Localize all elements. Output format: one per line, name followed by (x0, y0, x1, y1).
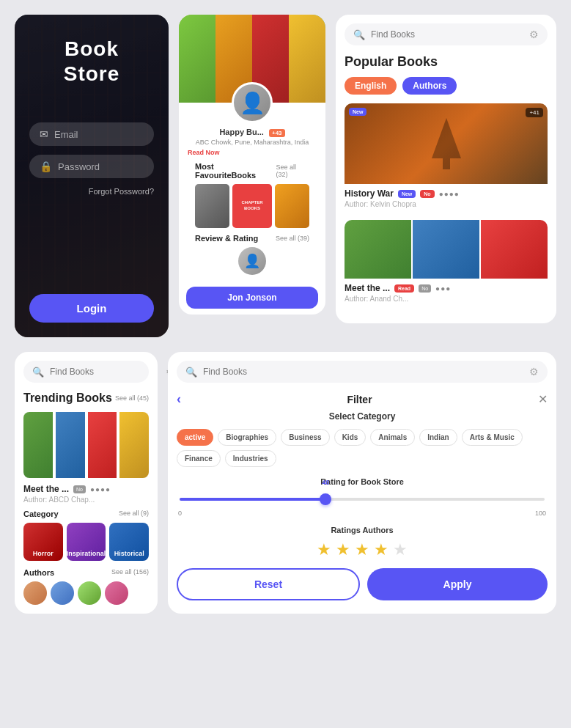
filter-tag-finance[interactable]: Finance (177, 450, 221, 467)
book-1-cover: New +41 (345, 103, 548, 184)
book-1-title-row: History War New No ●●●● (345, 188, 548, 199)
filter-tag-kids[interactable]: Kids (334, 429, 366, 446)
trending-title: Trending Books (23, 391, 112, 405)
book-2-dot-icons: ●●● (435, 284, 451, 293)
filter-close-button[interactable]: ✕ (538, 392, 548, 406)
author-avatar-3[interactable] (78, 581, 101, 605)
star-2[interactable]: ★ (336, 540, 350, 559)
review-see-all[interactable]: See all (39) (276, 235, 309, 242)
authors-header: Authors See all (156) (23, 568, 149, 577)
filter-tag-arts-music[interactable]: Arts & Music (462, 429, 523, 446)
forgot-password-link[interactable]: Forgot Possword? (89, 187, 154, 196)
book-2-cover (345, 220, 548, 279)
book-1-badge-no: No (420, 190, 434, 198)
most-favourite-see-all[interactable]: See all (32) (276, 163, 309, 178)
trending-book-badge: No (73, 485, 86, 493)
trending-search-input[interactable] (50, 367, 160, 377)
login-card: Book Store ✉ 🔒 Forgot Possword? Login (15, 15, 169, 337)
author-avatar-1[interactable] (23, 581, 47, 605)
popular-search-bar[interactable]: 🔍 ⚙ (345, 23, 548, 45)
tag-authors[interactable]: Authors (402, 77, 457, 95)
trending-search-bar[interactable]: 🔍 ⚙ (23, 361, 149, 383)
reset-button[interactable]: Reset (177, 568, 360, 600)
trend-book-2[interactable] (56, 412, 85, 478)
filter-title: Filter (347, 394, 372, 405)
popular-book-1[interactable]: New +41 History War New No ●●●● Author: … (345, 103, 548, 213)
tag-english[interactable]: English (345, 77, 397, 95)
filter-tag-indian[interactable]: Indian (419, 429, 457, 446)
popular-book-2[interactable]: Meet the ... Read No ●●● Author: Anand C… (345, 220, 548, 307)
star-5[interactable]: ★ (393, 540, 408, 559)
login-title: Book Store (64, 37, 120, 86)
fav-book-3[interactable] (275, 184, 309, 228)
star-4[interactable]: ★ (374, 540, 388, 559)
review-avatar: 👤 (238, 247, 266, 275)
review-title: Review & Rating (195, 234, 258, 243)
filter-search-bar[interactable]: 🔍 ⚙ (177, 361, 548, 383)
trending-books-strip (23, 412, 149, 478)
authors-see-all[interactable]: See all (156) (111, 568, 149, 577)
trending-book-dots: ●●●● (90, 485, 111, 493)
filter-tag-active[interactable]: active (177, 429, 213, 446)
chip-horror[interactable]: Horror (23, 523, 63, 561)
profile-username-btn[interactable]: Jon Jonson (186, 287, 318, 309)
book-1-author: Author: Kelvin Chopra (345, 200, 548, 208)
slider-fill (180, 498, 325, 501)
trend-book-1[interactable] (23, 412, 53, 478)
search-icon: 🔍 (353, 29, 365, 40)
password-field[interactable] (58, 161, 144, 172)
slider-max: 100 (535, 510, 546, 517)
login-content: Book Store ✉ 🔒 Forgot Possword? Login (15, 15, 169, 337)
chip-historical[interactable]: Historical (109, 523, 149, 561)
trending-see-all[interactable]: See all (45) (115, 394, 149, 402)
book-2-badge-extra: No (419, 284, 431, 293)
filter-tag-industries[interactable]: Industries (225, 450, 276, 467)
email-input-wrap[interactable]: ✉ (29, 122, 154, 146)
filter-back-button[interactable]: ‹ (177, 391, 181, 407)
read-now-link[interactable]: Read Now (188, 149, 317, 156)
most-favourite-header: Most FavouriteBooks See all (32) (188, 162, 317, 180)
filter-tag-animals[interactable]: Animals (370, 429, 415, 446)
filter-settings-icon[interactable]: ⚙ (529, 366, 539, 378)
review-person-icon: 👤 (244, 253, 260, 269)
popular-search-input[interactable] (371, 29, 523, 40)
fav-book-1[interactable] (195, 184, 229, 228)
category-chips: Horror Inspirational Historical (23, 523, 149, 561)
apply-button[interactable]: Apply (367, 568, 548, 600)
trend-book-4[interactable] (119, 412, 149, 478)
book-1-badge-new: New (398, 190, 416, 198)
filter-actions: Reset Apply (177, 568, 548, 600)
chip-inspirational[interactable]: Inspirational (67, 523, 106, 561)
authors-label: Authors (23, 568, 54, 577)
profile-badge: +43 (269, 129, 285, 137)
book-1-dot-icons: ●●●● (439, 190, 460, 198)
filter-icon[interactable]: ⚙ (529, 29, 539, 40)
svg-rect-0 (443, 158, 450, 169)
category-header: Category See all (9) (23, 510, 149, 518)
login-button[interactable]: Login (29, 294, 154, 323)
filter-category-tags: active Biographies Business Kids Animals… (177, 429, 548, 467)
profile-card: 👤 Happy Bu... +43 ABC Chowk, Pune, Mahar… (179, 15, 325, 315)
trend-book-3[interactable] (88, 412, 117, 478)
slider-value: 40 (322, 479, 329, 486)
star-3[interactable]: ★ (355, 540, 369, 559)
rating-slider-wrap[interactable]: 40 (180, 492, 545, 507)
review-header: Review & Rating See all (39) (188, 234, 317, 243)
author-avatar-4[interactable] (105, 581, 128, 605)
category-see-all[interactable]: See all (9) (119, 510, 149, 518)
trending-book-title-row: Meet the ... No ●●●● (23, 484, 149, 494)
star-1[interactable]: ★ (317, 540, 331, 559)
author-avatar-2[interactable] (51, 581, 74, 605)
rating-book-store-section: Rating for Book Store 40 0 100 (177, 477, 548, 517)
password-input-wrap[interactable]: 🔒 (29, 155, 154, 178)
trending-book-info: Meet the ... No ●●●● Author: ABCD Chap..… (23, 484, 149, 504)
filter-search-input[interactable] (203, 367, 523, 377)
filter-tag-business[interactable]: Business (281, 429, 329, 446)
book-tree-illustration (424, 114, 468, 173)
fav-books-row: CHAPTER BOOKS (188, 184, 317, 234)
fav-book-2[interactable]: CHAPTER BOOKS (232, 184, 273, 228)
filter-tag-biographies[interactable]: Biographies (218, 429, 276, 446)
category-label: Category (23, 510, 59, 518)
slider-thumb[interactable] (320, 493, 331, 505)
email-field[interactable] (54, 129, 144, 140)
